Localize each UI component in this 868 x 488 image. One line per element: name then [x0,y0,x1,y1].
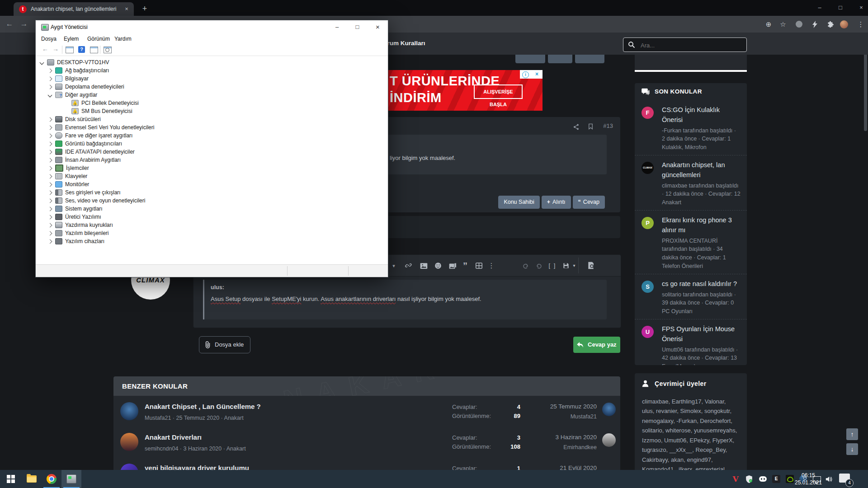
tree-item-label[interactable]: Klavyeler [65,172,87,180]
expand-chevron-icon[interactable] [48,93,52,97]
more-options-dots-icon[interactable]: ⋮ [486,261,496,271]
topic-owner-button[interactable]: Konu Sahibi [498,196,539,209]
maximize-button[interactable]: □ [347,20,368,34]
tree-item[interactable]: Ağ bağdaştırıcıları [36,66,388,75]
tab-close-icon[interactable]: × [123,5,130,13]
tree-item[interactable]: İşlemciler [36,164,388,172]
tree-item-label[interactable]: Diğer aygıtlar [65,91,97,99]
tree-item[interactable]: SM Bus Denetleyicisi [36,107,388,115]
bbcode-brackets-icon[interactable]: [ ] [547,261,557,271]
topic-category[interactable]: Telefon Önerileri [662,263,741,269]
list-item[interactable]: P Ekranı kırık rog phone 3 alınır mı PRO… [635,210,747,274]
taskbar-chrome[interactable] [42,470,61,488]
tree-item-label[interactable]: İşlemciler [66,164,89,172]
last-post-user[interactable]: Emirhandkee [497,444,597,450]
tree-item[interactable]: Üretici Yazılımı [36,213,388,221]
minimize-button[interactable]: – [327,20,347,34]
menu-eylem[interactable]: Eylem [64,36,79,42]
scan-hardware-icon[interactable] [104,47,112,53]
search-input[interactable] [640,38,741,52]
tree-item[interactable]: Klavyeler [36,172,388,180]
tray-vanguard[interactable]: V [729,470,742,488]
start-button[interactable] [1,470,21,488]
tree-item-label[interactable]: Evrensel Seri Veri Yolu denetleyicileri [65,123,154,131]
undo-icon[interactable] [520,261,530,271]
insert-link-icon[interactable] [404,261,414,271]
tray-discord[interactable] [756,470,769,488]
last-post-date[interactable]: 25 Temmuz 2020 [497,403,597,410]
tree-item[interactable]: IDE ATA/ATAPI denetleyiciler [36,148,388,156]
expand-chevron-icon[interactable] [48,223,52,227]
close-button[interactable]: × [368,20,388,34]
topic-avatar[interactable]: U [642,326,654,338]
insert-media-icon[interactable] [448,261,458,271]
extensions-puzzle-icon[interactable] [826,20,835,29]
tree-item-label[interactable]: Görüntü bağdaştırıcıları [65,140,122,148]
browser-minimize-button[interactable]: – [813,3,826,13]
menu-gorunum[interactable]: Görünüm [87,36,110,42]
topic-title[interactable]: cs go rate nasıl kaldırılır ? [662,279,741,289]
expand-chevron-icon[interactable] [48,84,52,89]
topic-title[interactable]: FPS Oyunları İçin Mouse Önerisi [662,324,741,344]
new-tab-button[interactable]: + [139,3,150,14]
browser-tab[interactable]: t Anakartın chipset, lan güncellemleri × [14,2,134,16]
tree-item-label[interactable]: IDE ATA/ATAPI denetleyiciler [65,148,135,156]
topic-title[interactable]: Anakart Chipset , Lan Güncelleme ? [145,403,261,410]
search-box[interactable] [623,38,747,52]
expand-chevron-icon[interactable] [40,60,44,65]
tree-item[interactable]: Disk sürücüleri [36,115,388,123]
expand-chevron-icon[interactable] [48,239,52,244]
extension-circle-icon[interactable] [796,21,802,28]
zoom-page-icon[interactable]: ⊕ [764,20,773,29]
tree-item-label[interactable]: Üretici Yazılımı [65,213,101,221]
tree-item[interactable]: Monitörler [36,180,388,188]
tree-item[interactable]: Ses, video ve oyun denetleyicileri [36,197,388,205]
tree-item[interactable]: Bilgisayar [36,75,388,83]
scroll-bottom-button[interactable]: ↓ [846,443,858,455]
properties-window-icon[interactable] [90,47,98,53]
ad-cta-button[interactable]: ALIŞVERİŞE BAŞLA [474,84,523,99]
tree-item[interactable]: Diğer aygıtlar [36,91,388,99]
quote-button[interactable]: +Alıntı [542,196,571,209]
console-window-icon[interactable] [66,47,74,53]
format-dropdown-caret-icon[interactable]: ▾ [389,261,399,271]
expand-chevron-icon[interactable] [48,231,52,235]
tree-item-label[interactable]: PCI Bellek Denetleyicisi [81,99,139,107]
lightning-extension-icon[interactable] [811,20,820,29]
emoji-icon[interactable] [433,261,443,271]
topic-category[interactable]: Kulaklık, Mikrofon [662,144,741,150]
browser-menu-dots-icon[interactable]: ⋮ [856,20,865,29]
expand-chevron-icon[interactable] [48,206,52,211]
topic-avatar[interactable]: P [642,217,654,229]
expand-chevron-icon[interactable] [48,174,52,178]
tree-item-label[interactable]: Sistem aygıtları [65,205,103,213]
tree-item[interactable]: PCI Bellek Denetleyicisi [36,99,388,107]
topic-avatar[interactable]: CLIMAX [642,162,654,174]
tree-item[interactable]: Görüntü bağdaştırıcıları [36,140,388,148]
tree-item-label[interactable]: Disk sürücüleri [65,115,101,123]
expand-chevron-icon[interactable] [48,215,52,219]
insert-image-icon[interactable] [419,261,429,271]
browser-maximize-button[interactable]: □ [834,3,847,13]
topic-title[interactable]: Anakart Driverları [145,433,202,441]
topic-avatar[interactable] [120,433,138,451]
tree-item-label[interactable]: Ses, video ve oyun denetleyicileri [65,197,145,205]
menu-dosya[interactable]: Dosya [41,36,57,42]
tree-item-label[interactable]: Ağ bağdaştırıcıları [65,66,109,75]
ad-close-icon[interactable]: × [531,70,542,79]
reply-submit-button[interactable]: Cevap yaz [573,337,620,353]
list-item[interactable]: S cs go rate nasıl kaldırılır ? solitari… [635,274,747,319]
expand-chevron-icon[interactable] [48,68,52,73]
topic-category[interactable]: Fare (Mouse) [662,363,741,365]
browser-close-button[interactable]: × [854,3,868,13]
tree-item[interactable]: Fare ve diğer işaret aygıtları [36,131,388,140]
tree-item[interactable]: Yazılım cihazları [36,237,388,245]
tree-item[interactable]: Evrensel Seri Veri Yolu denetleyicileri [36,123,388,131]
expand-chevron-icon[interactable] [48,125,52,130]
insert-table-icon[interactable] [474,261,484,271]
expand-chevron-icon[interactable] [48,190,52,195]
save-dropdown-caret-icon[interactable]: ▾ [569,261,579,271]
device-manager-titlebar[interactable]: Aygıt Yöneticisi – □ × [36,20,388,34]
tree-item-label[interactable]: Fare ve diğer işaret aygıtları [65,131,132,140]
tree-item-label[interactable]: Monitörler [65,180,89,188]
